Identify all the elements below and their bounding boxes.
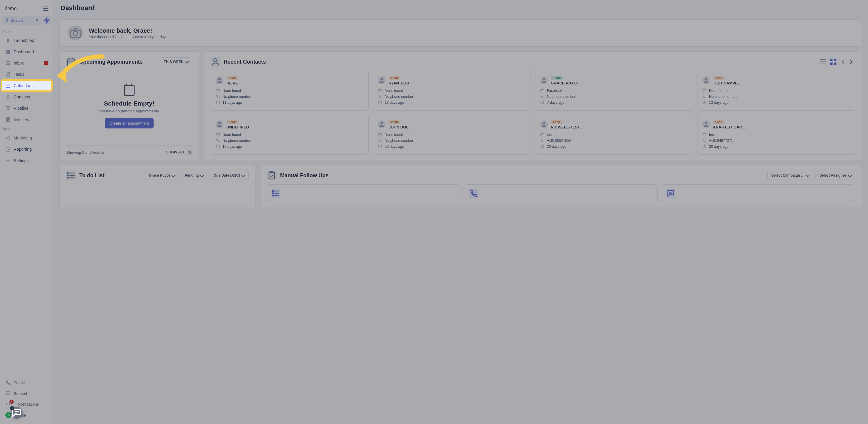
sidebar-item-settings[interactable]: Settings	[2, 156, 52, 166]
followup-messages-box[interactable]	[662, 185, 855, 202]
svg-point-36	[543, 78, 546, 80]
followups-campaign-filter[interactable]: Select Campaign …	[767, 171, 813, 180]
contact-card[interactable]: Team GRACE PUYOT Facebook No phone numbe…	[535, 71, 693, 111]
contact-card[interactable]: Lead JOHN DOE None found No phone number…	[373, 115, 531, 154]
contact-card[interactable]: Lead RE RE None found No phone number 11…	[211, 71, 369, 111]
grid-view-button[interactable]	[829, 58, 837, 66]
todo-user-filter[interactable]: Grace Puyot	[145, 171, 179, 180]
contact-card[interactable]: Lead RUSSELL-TEST … test +19188524855 20…	[535, 115, 693, 154]
sidebar: demo. Search ctrl K Apps Launchpad Dashb…	[0, 0, 54, 424]
contact-time: 7 days ago	[547, 101, 564, 105]
svg-rect-6	[6, 84, 10, 88]
contact-company: None found	[222, 89, 241, 93]
quick-actions-button[interactable]	[42, 16, 52, 25]
sidebar-collapse-button[interactable]	[43, 6, 49, 11]
followups-assignee-filter[interactable]: Select Assignee	[815, 171, 855, 180]
sidebar-item-label: Settings	[14, 158, 29, 163]
todo-status-filter[interactable]: Pending	[181, 171, 207, 180]
search-label: Search	[11, 18, 29, 23]
svg-rect-43	[216, 134, 219, 136]
avatar-icon	[378, 77, 385, 84]
svg-point-59	[67, 177, 68, 178]
sidebar-item-notifications[interactable]: 1 Notifications	[2, 399, 52, 409]
contact-tag: Lead	[226, 76, 238, 80]
section-tools-label: Tools	[0, 125, 53, 132]
chevron-down-icon	[848, 173, 852, 177]
contact-phone: No phone number	[222, 94, 251, 99]
svg-rect-40	[703, 89, 706, 92]
contact-card[interactable]: Lead TEST SAMPLE None found No phone num…	[697, 71, 855, 111]
briefcase-icon	[540, 88, 545, 93]
create-appointment-button[interactable]: Create an appointment	[105, 118, 154, 129]
contacts-icon	[5, 94, 11, 100]
sidebar-item-invoices[interactable]: Invoices	[2, 114, 52, 124]
invoices-icon	[5, 117, 11, 122]
pipeline-icon	[5, 106, 11, 111]
chevron-down-icon	[171, 173, 175, 177]
svg-point-58	[67, 175, 68, 176]
sidebar-item-dashboard[interactable]: Dashboard	[2, 47, 52, 57]
megaphone-icon	[5, 135, 11, 141]
svg-rect-29	[834, 62, 836, 65]
sidebar-item-label: Support	[14, 391, 27, 396]
phone-icon	[469, 189, 478, 198]
chevron-down-icon	[185, 59, 189, 63]
svg-rect-18	[67, 59, 74, 65]
contact-tag: Lead	[551, 120, 562, 124]
followup-tasks-box[interactable]	[267, 185, 460, 202]
chat-icon	[5, 391, 11, 396]
followup-calls-box[interactable]	[465, 185, 658, 202]
chevron-down-icon	[200, 173, 204, 177]
contact-name: GRACE PUYOT	[551, 81, 688, 85]
sidebar-item-reporting[interactable]: Reporting	[2, 144, 52, 154]
list-view-button[interactable]	[819, 58, 827, 66]
list-icon	[272, 189, 280, 198]
sidebar-item-marketing[interactable]: Marketing	[2, 133, 52, 143]
contact-card[interactable]: Lead ANA-TEST GAR… test +19184977271 20 …	[697, 115, 855, 154]
sidebar-item-inbox[interactable]: Inbox 1	[2, 58, 52, 68]
sidebar-item-label: Inbox	[14, 61, 24, 65]
contacts-next-button[interactable]	[847, 58, 855, 66]
contact-phone: No phone number	[385, 139, 413, 143]
avatar-icon	[540, 77, 548, 84]
sidebar-item-label: Launchpad	[14, 38, 34, 43]
sidebar-item-phone[interactable]: Phone	[2, 377, 52, 388]
sidebar-item-label: Dashboard	[14, 49, 34, 54]
svg-point-42	[218, 122, 221, 124]
sidebar-item-contacts[interactable]: Contacts	[2, 92, 52, 102]
sidebar-item-tasks[interactable]: Tasks	[2, 69, 52, 79]
dashboard-icon	[5, 49, 11, 54]
sidebar-item-support[interactable]: Support	[2, 388, 52, 398]
avatar-icon	[378, 120, 385, 128]
sidebar-item-launchpad[interactable]: Launchpad	[2, 35, 52, 46]
card-title-text: Upcoming Appointments	[79, 59, 143, 65]
contact-phone: No phone number	[709, 94, 738, 99]
chat-widget[interactable]: 1	[11, 407, 23, 419]
avatar-icon	[540, 120, 548, 128]
briefcase-icon	[702, 132, 707, 137]
contact-time: 11 days ago	[222, 101, 242, 105]
clock-icon	[378, 144, 382, 149]
sidebar-item-label: Pipeline	[14, 106, 29, 111]
svg-point-39	[705, 78, 708, 80]
contact-tag: Lead	[713, 120, 724, 124]
briefcase-icon	[378, 88, 382, 93]
contact-company: None found	[385, 133, 403, 137]
contact-card[interactable]: Lead RYAN TEST None found No phone numbe…	[373, 71, 531, 111]
search-button[interactable]: Search ctrl K	[2, 16, 41, 25]
avatar-icon	[702, 120, 710, 128]
contact-time: 20 days ago	[547, 144, 566, 149]
contact-card[interactable]: Lead UNDEFINED None found No phone numbe…	[211, 115, 369, 154]
camera-icon[interactable]	[68, 26, 83, 40]
appointments-range-dropdown[interactable]: THIS WEEK	[160, 57, 192, 66]
sidebar-item-calendars[interactable]: Calendars	[2, 81, 52, 91]
show-all-button[interactable]: SHOW ALL	[166, 150, 192, 154]
svg-point-45	[380, 122, 383, 124]
sidebar-item-pipeline[interactable]: Pipeline	[2, 103, 52, 113]
todo-sort-filter[interactable]: Due Date (ASC)	[210, 171, 249, 180]
phone-icon	[216, 138, 220, 143]
contacts-prev-button[interactable]	[839, 58, 847, 66]
clock-icon	[378, 100, 382, 105]
sidebar-item-profile[interactable]: Gr Profile	[2, 410, 52, 420]
contact-name: RUSSELL-TEST …	[551, 125, 688, 129]
